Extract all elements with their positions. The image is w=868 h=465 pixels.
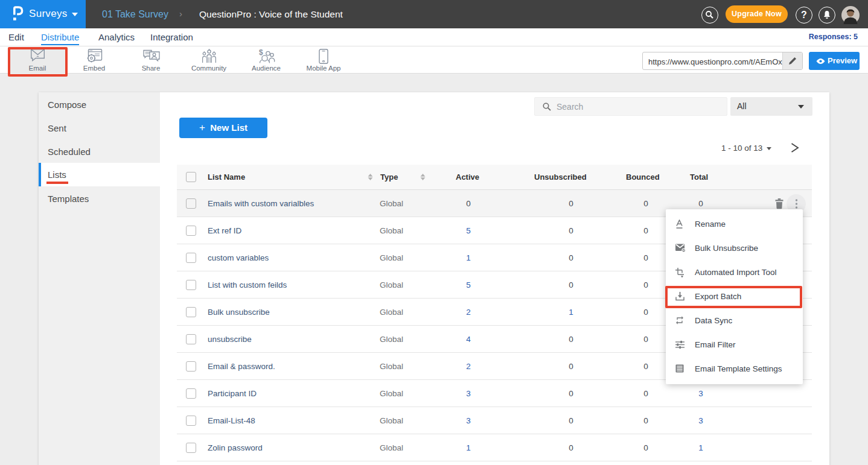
svg-text:$: $	[259, 49, 263, 57]
